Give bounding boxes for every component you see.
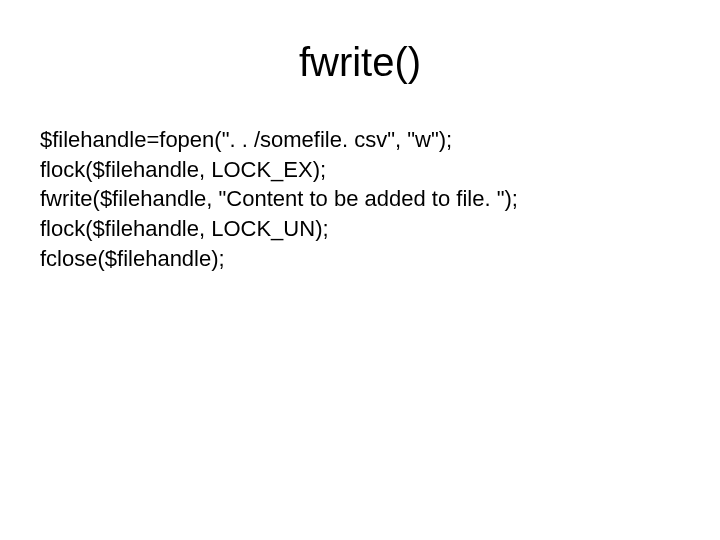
code-line: flock($filehandle, LOCK_UN); [40,214,680,244]
code-block: $filehandle=fopen(". . /somefile. csv", … [40,125,680,273]
code-line: fwrite($filehandle, "Content to be added… [40,184,680,214]
slide: fwrite() $filehandle=fopen(". . /somefil… [0,0,720,540]
code-line: fclose($filehandle); [40,244,680,274]
slide-title: fwrite() [40,40,680,85]
code-line: flock($filehandle, LOCK_EX); [40,155,680,185]
code-line: $filehandle=fopen(". . /somefile. csv", … [40,125,680,155]
